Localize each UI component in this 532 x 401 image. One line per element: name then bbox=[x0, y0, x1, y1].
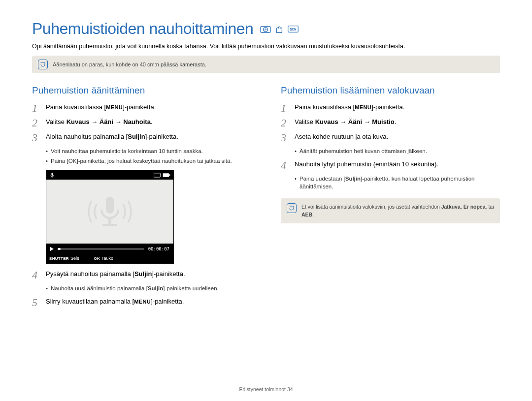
step-body: Valitse Kuvaus → Ääni → Muistio. bbox=[295, 118, 396, 127]
page-footer: Edistyneet toiminnot 34 bbox=[0, 386, 532, 392]
hand-mode-icon bbox=[274, 25, 285, 33]
svg-text:P: P bbox=[265, 28, 266, 31]
bullet: Voit nauhoittaa puhemuistioita korkeinta… bbox=[46, 147, 251, 155]
left-step-3-bullets: Voit nauhoittaa puhemuistioita korkeinta… bbox=[46, 147, 251, 165]
left-step-2: 2 Valitse Kuvaus → Ääni → Nauhoita. bbox=[32, 118, 251, 128]
elapsed-time: 00:00:07 bbox=[148, 247, 169, 251]
step-body: Siirry kuvaustilaan painamalla [MENU]-pa… bbox=[46, 297, 184, 307]
top-note: Äänenlaatu on paras, kun kohde on 40 cm:… bbox=[32, 56, 500, 73]
recording-screen: 00:00:07 SHUTTERSeis OKTauko bbox=[46, 170, 174, 264]
right-step-4: 4 Nauhoita lyhyt puhemuistio (enintään 1… bbox=[281, 160, 500, 171]
stop-hint: SHUTTERSeis bbox=[49, 256, 79, 261]
step-number: 3 bbox=[32, 132, 41, 143]
step-number: 2 bbox=[281, 118, 290, 128]
right-column: Puhemuistion lisääminen valokuvaan 1 Pai… bbox=[281, 85, 500, 312]
svg-rect-8 bbox=[163, 173, 169, 177]
menu-label: MENU bbox=[355, 104, 371, 110]
svg-rect-7 bbox=[154, 173, 161, 177]
svg-rect-11 bbox=[108, 218, 111, 224]
intro-text: Opi äänittämään puhemuistio, jota voit k… bbox=[32, 43, 500, 50]
right-step-2: 2 Valitse Kuvaus → Ääni → Muistio. bbox=[281, 118, 500, 128]
step-number: 4 bbox=[281, 160, 290, 171]
bullet: Paina [OK]-painiketta, jos haluat keskey… bbox=[46, 157, 251, 165]
left-heading: Puhemuistion äänittäminen bbox=[32, 85, 251, 96]
page-title: Puhemuistioiden nauhoittaminen P SCN bbox=[32, 20, 500, 38]
bullet: Äänität puhemuistion heti kuvan ottamise… bbox=[295, 147, 500, 155]
step-body: Nauhoita lyhyt puhemuistio (enintään 10 … bbox=[295, 160, 438, 169]
mode-icons: P SCN bbox=[260, 25, 299, 33]
menu-label: MENU bbox=[106, 104, 123, 110]
step-number: 5 bbox=[32, 297, 41, 308]
camera-mode-icon: P bbox=[260, 25, 271, 33]
step-body: Valitse Kuvaus → Ääni → Nauhoita. bbox=[46, 118, 153, 127]
right-note: Et voi lisätä äänimuistioita valokuviin,… bbox=[281, 198, 500, 223]
step-body: Aseta kohde ruutuun ja ota kuva. bbox=[295, 132, 388, 142]
step-body: Aloita nauhoitus painamalla [Suljin]-pai… bbox=[46, 132, 178, 142]
step-body: Pysäytä nauhoitus painamalla [Suljin]-pa… bbox=[46, 270, 185, 279]
battery-icon bbox=[163, 173, 170, 178]
right-heading: Puhemuistion lisääminen valokuvaan bbox=[281, 85, 500, 96]
right-step-3-bullets: Äänität puhemuistion heti kuvan ottamise… bbox=[295, 147, 500, 155]
top-note-text: Äänenlaatu on paras, kun kohde on 40 cm:… bbox=[53, 62, 206, 67]
ok-label: OK bbox=[68, 158, 77, 164]
step-number: 2 bbox=[32, 118, 41, 128]
svg-text:SCN: SCN bbox=[290, 28, 297, 31]
left-column: Puhemuistion äänittäminen 1 Paina kuvaus… bbox=[32, 85, 251, 312]
step-number: 3 bbox=[281, 132, 290, 143]
left-step-1: 1 Paina kuvaustilassa [MENU]-painiketta. bbox=[32, 103, 251, 114]
left-step-4-bullets: Nauhoita uusi äänimuistio painamalla [Su… bbox=[46, 284, 251, 292]
svg-rect-6 bbox=[52, 173, 53, 176]
svg-rect-9 bbox=[169, 174, 170, 176]
playhead-icon bbox=[50, 247, 54, 251]
left-step-4: 4 Pysäytä nauhoitus painamalla [Suljin]-… bbox=[32, 270, 251, 280]
scene-mode-icon: SCN bbox=[288, 25, 299, 33]
step-body: Paina kuvaustilassa [MENU]-painiketta. bbox=[46, 103, 156, 112]
right-step-3: 3 Aseta kohde ruutuun ja ota kuva. bbox=[281, 132, 500, 143]
screen-statusbar bbox=[46, 170, 173, 180]
pause-hint: OKTauko bbox=[94, 256, 113, 261]
mic-animation-icon bbox=[73, 187, 147, 236]
note-icon bbox=[287, 203, 297, 213]
card-icon bbox=[154, 173, 161, 178]
right-note-text: Et voi lisätä äänimuistioita valokuviin,… bbox=[301, 203, 494, 218]
screen-progress: 00:00:07 bbox=[46, 244, 173, 254]
status-right-icons bbox=[154, 173, 170, 178]
page-title-text: Puhemuistioiden nauhoittaminen bbox=[32, 20, 253, 38]
svg-rect-12 bbox=[102, 224, 117, 226]
note-icon bbox=[38, 60, 48, 69]
progress-track bbox=[58, 248, 144, 250]
screen-bottombar: SHUTTERSeis OKTauko bbox=[46, 254, 173, 263]
menu-label: MENU bbox=[134, 299, 151, 305]
right-step-4-bullets: Paina uudestaan [Suljin]-painiketta, kun… bbox=[295, 175, 500, 190]
screen-body bbox=[46, 180, 173, 244]
svg-rect-10 bbox=[106, 197, 114, 214]
step-number: 4 bbox=[32, 270, 41, 280]
left-step-3: 3 Aloita nauhoitus painamalla [Suljin]-p… bbox=[32, 132, 251, 143]
bullet: Nauhoita uusi äänimuistio painamalla [Su… bbox=[46, 284, 251, 292]
left-step-5: 5 Siirry kuvaustilaan painamalla [MENU]-… bbox=[32, 297, 251, 308]
step-number: 1 bbox=[281, 103, 290, 114]
step-body: Paina kuvaustilassa [MENU]-painiketta. bbox=[295, 103, 404, 112]
mic-icon bbox=[49, 172, 55, 178]
bullet: Paina uudestaan [Suljin]-painiketta, kun… bbox=[295, 175, 500, 190]
step-number: 1 bbox=[32, 103, 41, 114]
right-step-1: 1 Paina kuvaustilassa [MENU]-painiketta. bbox=[281, 103, 500, 114]
